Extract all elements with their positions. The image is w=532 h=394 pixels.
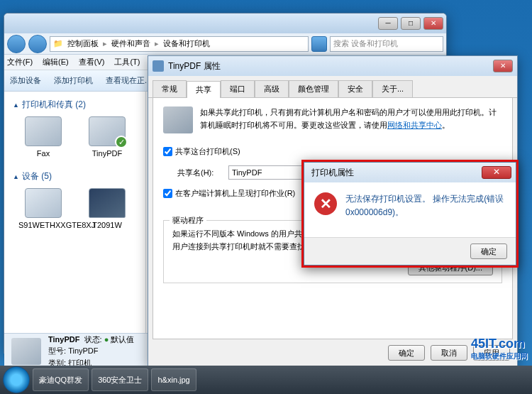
folder-icon: 📁 — [53, 39, 63, 48]
status-printer-icon — [11, 338, 41, 365]
collapse-icon: ▲ — [13, 173, 19, 180]
props-tabs: 常规 共享 端口 高级 颜色管理 安全 关于... — [148, 76, 517, 98]
monitor-icon — [89, 188, 126, 218]
view-printing-button[interactable]: 查看现在正... — [106, 75, 151, 86]
props-titlebar: TinyPDF 属性 ✕ — [148, 56, 517, 76]
explorer-titlebar: ─ □ ✕ — [4, 13, 446, 33]
network-center-link[interactable]: 网络和共享中心 — [387, 121, 442, 129]
tab-general[interactable]: 常规 — [153, 80, 187, 97]
crumb[interactable]: 控制面板 — [67, 38, 99, 49]
device-monitor[interactable]: T2091W — [82, 188, 132, 229]
watermark: 45IT.com 电脑软硬件应用网 — [471, 336, 528, 361]
tab-color[interactable]: 颜色管理 — [289, 80, 338, 97]
share-printer-checkbox[interactable]: 共享这台打印机(S) — [163, 146, 240, 157]
error-dialog: 打印机属性 ✕ ✕ 无法保存打印机设置。 操作无法完成(错误 0x000006d… — [304, 162, 516, 266]
taskbar-item[interactable]: 豪迪QQ群发 — [33, 368, 89, 391]
device-computer[interactable]: S91WETHXXGTE8XJ — [18, 188, 68, 229]
tab-security[interactable]: 安全 — [338, 80, 372, 97]
error-body: ✕ 无法保存打印机设置。 操作无法完成(错误 0x000006d9)。 — [304, 182, 516, 237]
taskbar: 豪迪QQ群发 360安全卫士 h&xin.jpg — [0, 366, 532, 394]
fax-icon — [25, 116, 62, 146]
menu-file[interactable]: 文件(F) — [7, 57, 33, 67]
menu-tools[interactable]: 工具(T) — [114, 57, 140, 67]
search-placeholder: 搜索 设备和打印机 — [333, 38, 398, 49]
computer-icon — [25, 188, 62, 218]
taskbar-item[interactable]: 360安全卫士 — [92, 368, 148, 391]
breadcrumb[interactable]: 📁 控制面板▸ 硬件和声音▸ 设备和打印机 — [50, 36, 309, 52]
menu-view[interactable]: 查看(V) — [79, 57, 105, 67]
share-printer-icon — [163, 106, 193, 133]
props-title-text: TinyPDF 属性 — [168, 60, 221, 72]
back-button[interactable] — [7, 35, 26, 53]
error-icon: ✕ — [314, 192, 337, 215]
content-pane: ▲ 打印机和传真 (2) Fax ✓ TinyPDF ▲ 设备 (5) — [4, 92, 146, 333]
devices-section-header[interactable]: ▲ 设备 (5) — [13, 170, 137, 182]
refresh-button[interactable] — [311, 36, 327, 52]
collapse-icon: ▲ — [13, 102, 19, 109]
tab-sharing[interactable]: 共享 — [187, 81, 221, 98]
printer-icon: ✓ — [89, 116, 126, 146]
device-fax[interactable]: Fax — [18, 116, 68, 158]
props-close-button[interactable]: ✕ — [493, 60, 513, 72]
error-title-text: 打印机属性 — [311, 167, 354, 179]
drivers-legend: 驱动程序 — [170, 215, 206, 226]
props-button-row: 确定 取消 应用 — [148, 339, 517, 366]
crumb[interactable]: 硬件和声音 — [111, 38, 150, 49]
error-close-button[interactable]: ✕ — [482, 166, 511, 179]
tab-advanced[interactable]: 高级 — [255, 80, 289, 97]
maximize-button[interactable]: □ — [401, 17, 421, 30]
devices-grid: S91WETHXXGTE8XJ T2091W — [18, 188, 137, 229]
status-text: TinyPDF 状态: ● 默认值 型号: TinyPDF 类别: 打印机 — [48, 334, 134, 369]
error-ok-button[interactable]: 确定 — [470, 243, 507, 259]
props-ok-button[interactable]: 确定 — [388, 345, 425, 361]
start-button[interactable] — [3, 366, 30, 393]
add-device-button[interactable]: 添加设备 — [10, 75, 41, 86]
minimize-button[interactable]: ─ — [378, 17, 398, 30]
printers-section-header[interactable]: ▲ 打印机和传真 (2) — [13, 99, 137, 111]
add-printer-button[interactable]: 添加打印机 — [54, 75, 93, 86]
menu-edit[interactable]: 编辑(E) — [43, 57, 69, 67]
device-tinypdf[interactable]: ✓ TinyPDF — [82, 116, 132, 158]
crumb[interactable]: 设备和打印机 — [163, 38, 210, 49]
close-button[interactable]: ✕ — [423, 17, 443, 30]
error-message: 无法保存打印机设置。 操作无法完成(错误 0x000006d9)。 — [345, 192, 506, 231]
share-name-label: 共享名(H): — [177, 168, 224, 178]
printers-grid: Fax ✓ TinyPDF — [18, 116, 137, 158]
props-cancel-button[interactable]: 取消 — [431, 345, 467, 361]
address-bar: 📁 控制面板▸ 硬件和声音▸ 设备和打印机 搜索 设备和打印机 — [4, 33, 446, 55]
printer-icon — [153, 60, 164, 72]
taskbar-item[interactable]: h&xin.jpg — [151, 368, 196, 391]
tab-about[interactable]: 关于... — [372, 80, 413, 97]
error-titlebar: 打印机属性 ✕ — [304, 163, 516, 182]
share-description: 如果共享此打印机，只有拥有此计算机用户名和密码的用户才可以使用用此打印机。计算机… — [200, 106, 502, 133]
client-render-checkbox[interactable]: 在客户端计算机上呈现打印作业(R) — [163, 188, 295, 199]
tab-ports[interactable]: 端口 — [221, 80, 255, 97]
default-check-icon: ✓ — [115, 136, 128, 148]
forward-button[interactable] — [28, 35, 47, 53]
search-input[interactable]: 搜索 设备和打印机 — [330, 36, 443, 52]
error-dialog-highlight: 打印机属性 ✕ ✕ 无法保存打印机设置。 操作无法完成(错误 0x000006d… — [301, 160, 519, 268]
